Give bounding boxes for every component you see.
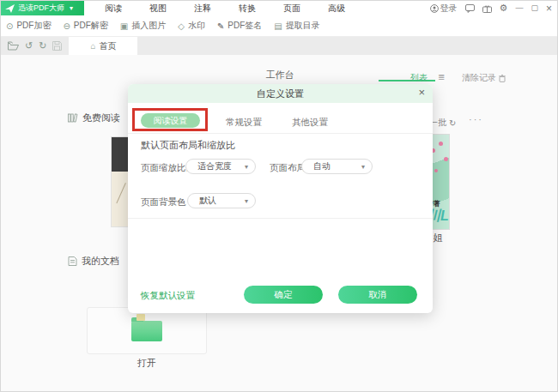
clear-records-button[interactable]: 清除记录	[462, 72, 506, 84]
pen-icon: ✎	[217, 21, 224, 31]
open-file-label: 打开	[87, 357, 207, 370]
advanced-toolbar: ⊙PDF加密 ⊖PDF解密 ▣插入图片 ◇水印 ✎PDF签名 ▤提取目录	[1, 15, 558, 37]
toc-icon: ▤	[274, 21, 282, 31]
menu-item-page[interactable]: 页面	[270, 1, 314, 16]
gift-icon[interactable]	[482, 4, 492, 13]
pdf-decrypt-button[interactable]: ⊖PDF解密	[63, 20, 107, 32]
more-options-icon[interactable]: ···	[469, 114, 483, 124]
redo-icon[interactable]: ↻	[39, 41, 46, 51]
menubar: 迅读PDF大师 ▾ 阅读 视图 注释 转换 页面 高级 登录 ⚙ — ▢ ×	[1, 1, 558, 15]
feedback-icon[interactable]	[465, 4, 475, 13]
divider	[128, 133, 433, 134]
insert-image-button[interactable]: ▣插入图片	[120, 20, 166, 32]
minimize-button[interactable]: —	[515, 4, 523, 12]
free-reading-section[interactable]: 免费阅读	[68, 112, 120, 124]
menu-item-convert[interactable]: 转换	[225, 1, 270, 16]
tab-general-settings[interactable]: 常规设置	[226, 117, 262, 129]
pdf-sign-button[interactable]: ✎PDF签名	[217, 20, 262, 32]
main-menu: 阅读 视图 注释 转换 页面 高级	[91, 1, 359, 16]
ok-button[interactable]: 确定	[244, 286, 323, 304]
menu-item-read[interactable]: 阅读	[91, 1, 136, 16]
page-background-label: 页面背景色	[141, 196, 186, 208]
undo-icon[interactable]: ↺	[25, 41, 33, 51]
tab-other-settings[interactable]: 其他设置	[292, 117, 328, 129]
watermark-button[interactable]: ◇水印	[178, 20, 205, 32]
list-view-icon[interactable]: ≣	[438, 72, 445, 81]
home-icon: ⌂	[90, 41, 95, 51]
logo-caret-icon[interactable]: ▾	[70, 4, 73, 12]
open-folder-icon[interactable]	[8, 41, 19, 51]
quick-actions: ↺ ↻	[1, 37, 69, 55]
encrypt-icon: ⊙	[6, 21, 13, 31]
save-icon[interactable]	[52, 41, 62, 51]
app-title: 迅读PDF大师	[18, 3, 64, 14]
open-file-card[interactable]	[87, 307, 207, 354]
page-background-select[interactable]: 默认 ▾	[187, 193, 256, 208]
books-icon	[68, 113, 78, 123]
menu-item-view[interactable]: 视图	[136, 1, 180, 16]
watermark-drop-icon: ◇	[178, 21, 185, 31]
pdf-encrypt-button[interactable]: ⊙PDF加密	[6, 20, 51, 32]
page-layout-select[interactable]: 自动 ▾	[301, 159, 373, 174]
login-label: 登录	[440, 3, 458, 15]
cancel-button[interactable]: 取消	[338, 286, 417, 304]
my-documents-section[interactable]: 我的文档	[68, 255, 119, 268]
dialog-close-icon[interactable]: ×	[418, 87, 425, 98]
refresh-icon: ↻	[449, 118, 456, 128]
page-zoom-select[interactable]: 适合宽度 ▾	[185, 159, 256, 174]
document-icon	[68, 256, 77, 266]
logo-plane-icon	[5, 4, 15, 13]
restore-defaults-link[interactable]: 恢复默认设置	[141, 290, 195, 302]
app-window: 迅读PDF大师 ▾ 阅读 视图 注释 转换 页面 高级 登录 ⚙ — ▢ × ⊙…	[0, 0, 558, 392]
tab-strip: ↺ ↻ ⌂ 首页	[1, 37, 558, 55]
custom-settings-dialog: 自定义设置 × 阅读设置 常规设置 其他设置 默认页面布局和缩放比 页面缩放比例…	[128, 84, 433, 313]
home-tab-label: 首页	[99, 40, 116, 52]
page-layout-label: 页面布局	[270, 162, 306, 174]
maximize-button[interactable]: ▢	[531, 4, 538, 12]
section-title: 默认页面布局和缩放比	[141, 139, 235, 152]
view-toggle-active[interactable]: 列表	[410, 72, 428, 84]
tab-home[interactable]: ⌂ 首页	[69, 37, 137, 55]
settings-gear-icon[interactable]: ⚙	[500, 3, 508, 13]
login-button[interactable]: 登录	[430, 3, 458, 15]
app-logo[interactable]: 迅读PDF大师 ▾	[1, 1, 84, 15]
close-button[interactable]: ×	[546, 3, 552, 14]
tab-reading-settings[interactable]: 阅读设置	[141, 113, 200, 128]
window-controls: 登录 ⚙ — ▢ ×	[430, 3, 558, 15]
free-reading-label: 免费阅读	[82, 112, 120, 124]
divider	[128, 218, 433, 219]
decrypt-icon: ⊖	[63, 21, 70, 31]
image-icon: ▣	[120, 21, 128, 31]
green-folder-icon	[131, 321, 162, 341]
my-documents-label: 我的文档	[82, 255, 119, 268]
extract-toc-button[interactable]: ▤提取目录	[274, 20, 319, 32]
book-title-fragment: 姐	[434, 232, 443, 244]
trash-icon	[499, 75, 506, 82]
chevron-down-icon: ▾	[361, 163, 365, 171]
menu-item-advanced[interactable]: 高级	[314, 1, 359, 16]
dialog-header: 自定义设置 ×	[128, 84, 433, 103]
menu-item-annotate[interactable]: 注释	[180, 1, 225, 16]
chevron-down-icon: ▾	[245, 163, 248, 171]
chevron-down-icon: ▾	[245, 197, 248, 205]
dialog-title: 自定义设置	[257, 87, 304, 100]
user-icon	[430, 4, 439, 13]
